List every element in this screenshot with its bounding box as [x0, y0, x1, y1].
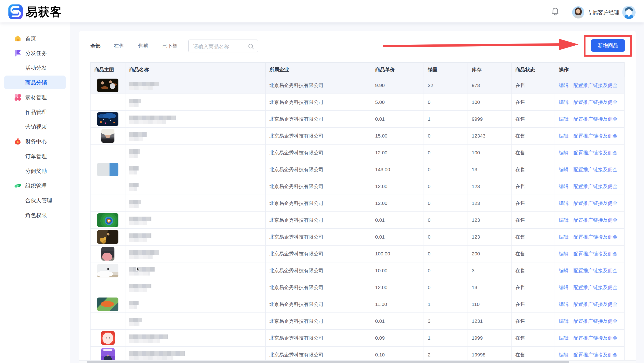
- svg-text:¥: ¥: [17, 140, 19, 144]
